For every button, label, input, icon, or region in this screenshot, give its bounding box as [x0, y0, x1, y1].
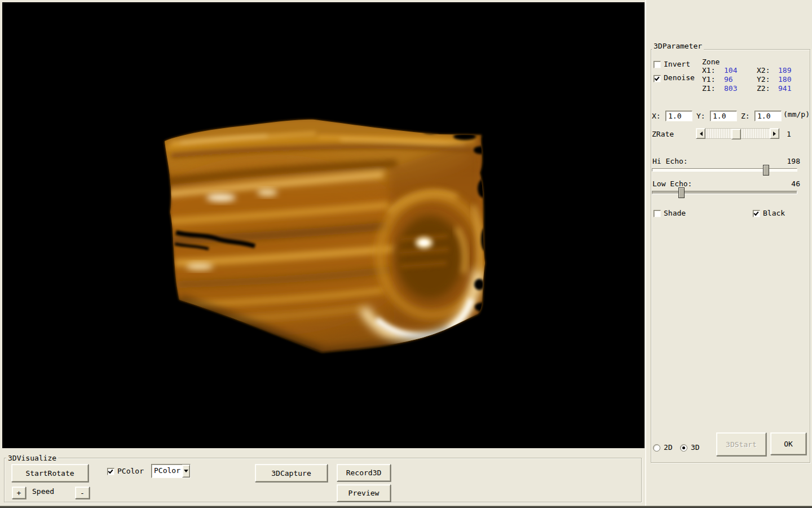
hi-echo-value: 198 [774, 157, 800, 165]
hi-echo-slider-track[interactable] [652, 168, 797, 172]
black-label: Black [763, 209, 785, 217]
mode-2d-radio[interactable] [653, 444, 660, 452]
pcolor-label: PColor [117, 467, 144, 475]
record3d-button[interactable]: Record3D [337, 464, 391, 481]
pcolor-dropdown-value: PColor [152, 465, 182, 478]
zone-z1-value: 803 [724, 85, 737, 93]
y-scale-input[interactable]: 1.0 [710, 111, 737, 121]
zrate-right-arrow-icon[interactable] [770, 128, 779, 139]
low-echo-value: 46 [774, 180, 800, 188]
zrate-label: ZRate [652, 130, 674, 138]
zone-x1-value: 104 [724, 67, 737, 75]
zone-x2-label: X2: [757, 67, 770, 75]
volume-render [2, 2, 645, 448]
hi-echo-slider-thumb[interactable] [763, 165, 769, 176]
invert-label: Invert [664, 60, 690, 68]
zone-y1-value: 96 [724, 76, 733, 84]
denoise-checkbox[interactable] [654, 75, 661, 82]
z-scale-input[interactable]: 1.0 [754, 111, 782, 121]
low-echo-slider-track[interactable] [652, 191, 797, 194]
x-scale-label: X: [652, 112, 661, 120]
invert-checkbox[interactable] [654, 61, 661, 68]
zrate-track[interactable] [705, 128, 770, 139]
visualize-panel: 3DVisualize StartRotate + Speed - PColor… [0, 448, 645, 508]
zone-y2-label: Y2: [757, 76, 770, 84]
denoise-label: Denoise [664, 74, 695, 82]
mode-3d-radio[interactable] [680, 444, 687, 452]
low-echo-slider-thumb[interactable] [678, 187, 685, 198]
speed-plus-button[interactable]: + [12, 487, 26, 499]
pcolor-dropdown-arrow-icon[interactable] [182, 465, 190, 478]
black-checkbox[interactable] [753, 210, 760, 217]
parameter-panel: 3DParameter Invert Denoise Zone X1: 104 … [645, 0, 812, 508]
mode-2d-label: 2D [664, 444, 673, 452]
application-window: { "right_panel": { "group_title": "3DPar… [0, 0, 812, 508]
capture-button[interactable]: 3DCapture [255, 464, 328, 482]
zone-y1-label: Y1: [702, 76, 715, 84]
shade-label: Shade [664, 209, 686, 217]
zone-x1-label: X1: [702, 67, 715, 75]
pcolor-dropdown[interactable]: PColor [151, 464, 191, 478]
z-scale-label: Z: [741, 112, 750, 120]
render-viewport[interactable] [2, 2, 645, 448]
zrate-scrollbar[interactable] [696, 128, 779, 139]
start3d-button[interactable]: 3DStart [716, 432, 766, 456]
zrate-thumb[interactable] [731, 129, 741, 139]
visualize-group-title: 3DVisualize [6, 454, 58, 462]
mode-3d-label: 3D [691, 444, 700, 452]
pcolor-checkbox[interactable] [107, 468, 114, 475]
zone-title: Zone [702, 58, 720, 66]
start-rotate-button[interactable]: StartRotate [11, 464, 89, 482]
ok-button[interactable]: OK [770, 432, 806, 455]
speed-minus-button[interactable]: - [75, 487, 90, 499]
x-scale-input[interactable]: 1.0 [665, 111, 692, 121]
preview-button[interactable]: Preview [337, 484, 391, 502]
zone-x2-value: 189 [778, 67, 791, 75]
hi-echo-label: Hi Echo: [652, 157, 688, 165]
zrate-value: 1 [787, 130, 791, 138]
y-scale-label: Y: [696, 112, 705, 120]
shade-checkbox[interactable] [654, 210, 661, 217]
zone-z1-label: Z1: [702, 85, 715, 93]
zone-z2-value: 941 [778, 85, 791, 93]
zone-z2-label: Z2: [757, 85, 770, 93]
speed-label: Speed [32, 488, 54, 496]
parameter-group-title: 3DParameter [652, 42, 704, 50]
zrate-left-arrow-icon[interactable] [696, 128, 705, 139]
zone-y2-value: 180 [778, 76, 791, 84]
low-echo-label: Low Echo: [652, 180, 692, 188]
scale-unit-label: (mm/p) [783, 111, 810, 119]
